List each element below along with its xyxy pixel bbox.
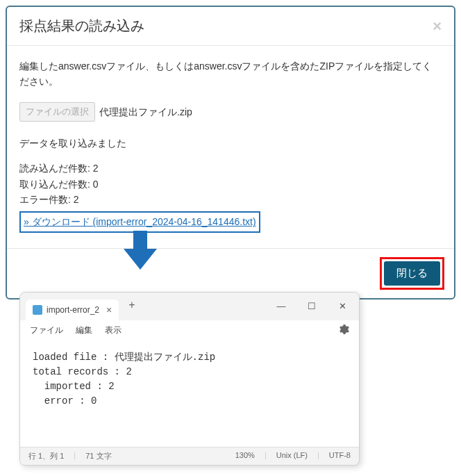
file-select-button[interactable]: ファイルの選択 [19, 102, 95, 122]
imported-count-row: 取り込んだ件数: 0 [19, 177, 442, 192]
file-icon [33, 305, 42, 315]
close-button-highlight: 閉じる [380, 257, 444, 290]
instruction-text: 編集したanswer.csvファイル、もしくはanswer.csvファイルを含め… [19, 58, 442, 90]
menu-file[interactable]: ファイル [30, 325, 63, 336]
new-tab-button[interactable]: + [128, 299, 135, 314]
arrow-down-icon [119, 229, 161, 271]
status-separator: | [265, 451, 267, 461]
editor-tab[interactable]: import-error_2 × [26, 299, 119, 320]
status-position[interactable]: 行 1、列 1 [28, 451, 64, 461]
error-count-value: 2 [74, 194, 79, 205]
editor-content[interactable]: loaded file : 代理提出ファイル.zip total records… [20, 340, 359, 447]
content-line-3: imported : 2 [33, 381, 115, 392]
maximize-icon[interactable]: ☐ [299, 297, 324, 315]
read-count-value: 2 [93, 163, 99, 174]
imported-count-value: 0 [93, 179, 99, 190]
modal-header: 採点結果の読み込み × [7, 7, 454, 46]
status-chars[interactable]: 71 文字 [85, 451, 111, 461]
editor-statusbar: 行 1、列 1 | 71 文字 130% | Unix (LF) | UTF-8 [20, 447, 359, 465]
file-row: ファイルの選択 代理提出ファイル.zip [19, 102, 442, 122]
read-count-label: 読み込んだ件数: [19, 163, 90, 174]
status-zoom[interactable]: 130% [235, 451, 255, 461]
counts-block: 読み込んだ件数: 2 取り込んだ件数: 0 エラー件数: 2 [19, 161, 442, 207]
window-controls: — ☐ ✕ [269, 297, 355, 315]
status-separator: | [74, 451, 76, 461]
content-line-4: error : 0 [33, 395, 97, 407]
menu-view[interactable]: 表示 [105, 325, 121, 336]
close-icon[interactable]: × [433, 17, 442, 35]
error-count-label: エラー件数: [19, 194, 71, 205]
modal-footer: 閉じる [7, 248, 454, 298]
tab-close-icon[interactable]: × [106, 304, 112, 315]
download-error-link[interactable]: » ダウンロード (import-error_2024-04-16_141446… [24, 216, 256, 227]
content-line-2: total records : 2 [33, 366, 132, 377]
imported-count-label: 取り込んだ件数: [19, 179, 90, 190]
selected-file-name: 代理提出ファイル.zip [99, 104, 192, 120]
menu-edit[interactable]: 編集 [76, 325, 92, 336]
close-button[interactable]: 閉じる [384, 261, 440, 286]
read-count-row: 読み込んだ件数: 2 [19, 161, 442, 176]
status-eol[interactable]: Unix (LF) [276, 451, 308, 461]
status-separator: | [317, 451, 319, 461]
window-close-icon[interactable]: ✕ [330, 297, 355, 315]
content-line-1: loaded file : 代理提出ファイル.zip [33, 352, 215, 363]
tab-title: import-error_2 [47, 305, 99, 315]
status-message: データを取り込みました [19, 136, 442, 151]
editor-menubar: ファイル 編集 表示 [20, 320, 359, 340]
error-count-row: エラー件数: 2 [19, 192, 442, 207]
editor-titlebar: import-error_2 × + — ☐ ✕ [20, 293, 359, 320]
modal-body: 編集したanswer.csvファイル、もしくはanswer.csvファイルを含め… [7, 46, 454, 248]
import-modal: 採点結果の読み込み × 編集したanswer.csvファイル、もしくはanswe… [6, 6, 455, 299]
status-encoding[interactable]: UTF-8 [329, 451, 351, 461]
modal-title: 採点結果の読み込み [19, 17, 144, 35]
text-editor-window: import-error_2 × + — ☐ ✕ ファイル 編集 表示 load… [19, 292, 360, 466]
gear-icon[interactable] [338, 324, 349, 337]
minimize-icon[interactable]: — [269, 297, 294, 315]
